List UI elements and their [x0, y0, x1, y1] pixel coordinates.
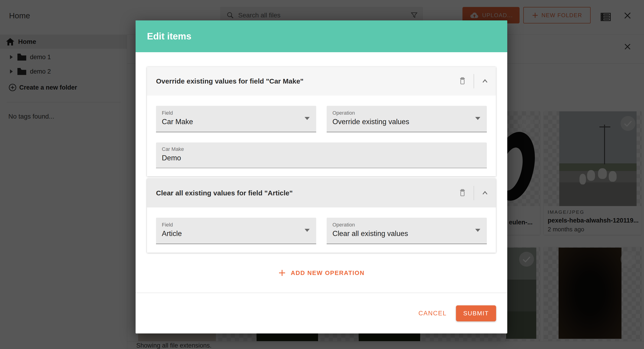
operation-select[interactable]: Operation Clear all existing values: [327, 218, 487, 244]
select-value: Car Make: [162, 118, 316, 126]
input-value: Demo: [162, 154, 487, 162]
trash-icon: [458, 188, 467, 197]
operation-select[interactable]: Operation Override existing values: [327, 106, 487, 132]
select-value: Clear all existing values: [332, 230, 487, 238]
operation-card-header: Clear all existing values for field "Art…: [147, 179, 496, 207]
add-new-operation-button[interactable]: ADD NEW OPERATION: [256, 266, 386, 280]
operation-card-body: Field Article Operation Clear all existi…: [147, 207, 496, 253]
operation-card-1: Override existing values for field "Car …: [147, 67, 496, 176]
select-value: Article: [162, 230, 316, 238]
header-divider: [474, 74, 474, 88]
operation-card-2: Clear all existing values for field "Art…: [147, 179, 496, 253]
dialog-body: Override existing values for field "Car …: [136, 52, 507, 293]
field-select[interactable]: Field Article: [156, 218, 316, 244]
dropdown-caret-icon: [304, 229, 310, 232]
select-label: Operation: [332, 110, 487, 116]
delete-operation-button[interactable]: [458, 76, 467, 86]
edit-items-dialog: Edit items Override existing values for …: [136, 20, 507, 334]
collapse-operation-button[interactable]: [481, 190, 489, 197]
chevron-up-icon: [481, 78, 489, 84]
dropdown-caret-icon: [304, 117, 310, 120]
operation-card-body: Field Car Make Operation Override existi…: [147, 96, 496, 176]
field-operation-row: Field Car Make Operation Override existi…: [156, 106, 487, 132]
operation-card-header: Override existing values for field "Car …: [147, 67, 496, 96]
operation-heading: Clear all existing values for field "Art…: [156, 189, 458, 197]
collapse-operation-button[interactable]: [481, 78, 489, 85]
dialog-footer: CANCEL SUBMIT: [136, 293, 507, 334]
select-label: Field: [162, 222, 316, 228]
select-value: Override existing values: [332, 118, 487, 126]
trash-icon: [458, 76, 467, 86]
dialog-title: Edit items: [147, 31, 191, 41]
value-input[interactable]: Car Make Demo: [156, 142, 487, 168]
dropdown-caret-icon: [475, 117, 480, 120]
field-operation-row: Field Article Operation Clear all existi…: [156, 218, 487, 244]
delete-operation-button[interactable]: [458, 188, 467, 198]
chevron-up-icon: [481, 190, 489, 196]
dialog-header: Edit items: [136, 20, 507, 52]
plus-icon: [278, 269, 286, 277]
operation-heading: Override existing values for field "Car …: [156, 77, 458, 85]
select-label: Operation: [332, 222, 487, 228]
header-divider: [474, 186, 474, 200]
dropdown-caret-icon: [475, 229, 480, 232]
cancel-button[interactable]: CANCEL: [418, 310, 447, 317]
field-select[interactable]: Field Car Make: [156, 106, 316, 132]
submit-button[interactable]: SUBMIT: [456, 305, 496, 321]
add-new-operation-label: ADD NEW OPERATION: [291, 269, 364, 277]
select-label: Field: [162, 110, 316, 116]
input-label: Car Make: [162, 146, 487, 152]
